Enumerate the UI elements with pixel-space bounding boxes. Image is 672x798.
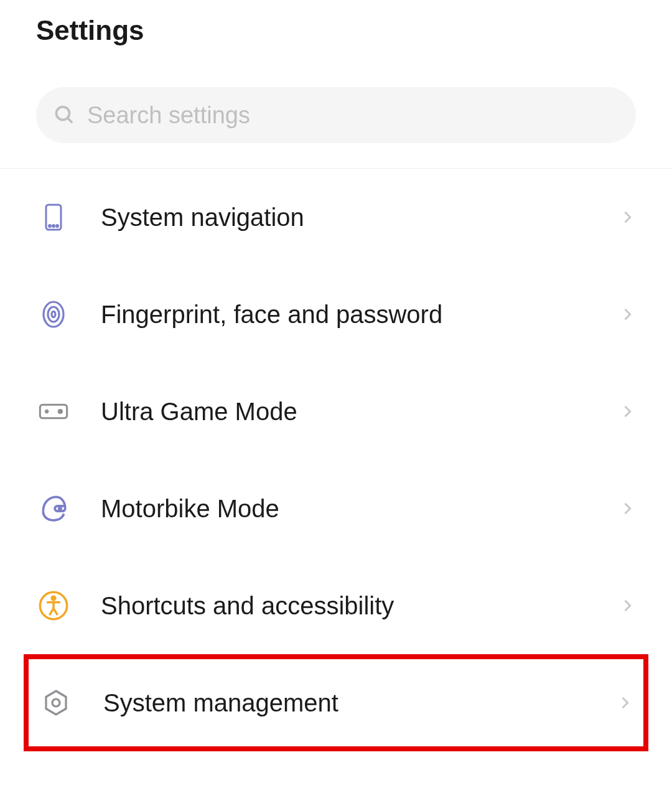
settings-item-label: System navigation bbox=[101, 204, 618, 232]
chevron-right-icon bbox=[618, 597, 636, 614]
settings-item-label: Fingerprint, face and password bbox=[101, 301, 618, 329]
settings-item-label: Ultra Game Mode bbox=[101, 398, 618, 426]
page-title: Settings bbox=[36, 15, 636, 46]
fingerprint-icon bbox=[36, 297, 71, 332]
svg-point-15 bbox=[52, 596, 55, 600]
chevron-right-icon bbox=[618, 500, 636, 517]
svg-line-19 bbox=[54, 608, 58, 615]
svg-point-3 bbox=[49, 225, 51, 227]
chevron-right-icon bbox=[618, 209, 636, 226]
svg-marker-20 bbox=[46, 691, 66, 715]
svg-point-4 bbox=[53, 225, 55, 227]
accessibility-icon bbox=[36, 588, 71, 623]
phone-icon bbox=[36, 200, 71, 235]
svg-line-1 bbox=[68, 118, 73, 123]
settings-list: System navigation Fingerprint, face and … bbox=[0, 169, 672, 751]
svg-point-13 bbox=[59, 507, 61, 509]
search-input[interactable] bbox=[87, 102, 618, 129]
chevron-right-icon bbox=[616, 694, 633, 711]
search-container bbox=[0, 68, 672, 168]
svg-point-21 bbox=[52, 699, 60, 706]
settings-item-accessibility[interactable]: Shortcuts and accessibility bbox=[0, 557, 672, 654]
settings-item-ultra-game-mode[interactable]: Ultra Game Mode bbox=[0, 363, 672, 460]
svg-point-12 bbox=[58, 410, 62, 413]
settings-item-motorbike-mode[interactable]: Motorbike Mode bbox=[0, 460, 672, 557]
settings-item-system-management[interactable]: System management bbox=[24, 654, 648, 751]
gear-hex-icon bbox=[39, 685, 73, 720]
svg-point-0 bbox=[57, 107, 70, 120]
settings-item-label: Motorbike Mode bbox=[101, 495, 618, 523]
search-box[interactable] bbox=[36, 87, 636, 143]
chevron-right-icon bbox=[618, 306, 636, 323]
helmet-icon bbox=[36, 491, 71, 526]
header: Settings bbox=[0, 0, 672, 68]
svg-point-7 bbox=[48, 307, 59, 322]
svg-point-5 bbox=[57, 225, 58, 227]
settings-item-fingerprint[interactable]: Fingerprint, face and password bbox=[0, 266, 672, 363]
settings-item-system-navigation[interactable]: System navigation bbox=[0, 169, 672, 266]
gamepad-icon bbox=[36, 394, 71, 429]
settings-item-label: Shortcuts and accessibility bbox=[101, 592, 618, 620]
settings-item-label: System management bbox=[103, 689, 616, 717]
chevron-right-icon bbox=[618, 403, 636, 420]
svg-point-8 bbox=[52, 311, 55, 317]
svg-rect-9 bbox=[40, 405, 67, 418]
svg-point-6 bbox=[44, 302, 63, 327]
search-icon bbox=[54, 104, 76, 126]
